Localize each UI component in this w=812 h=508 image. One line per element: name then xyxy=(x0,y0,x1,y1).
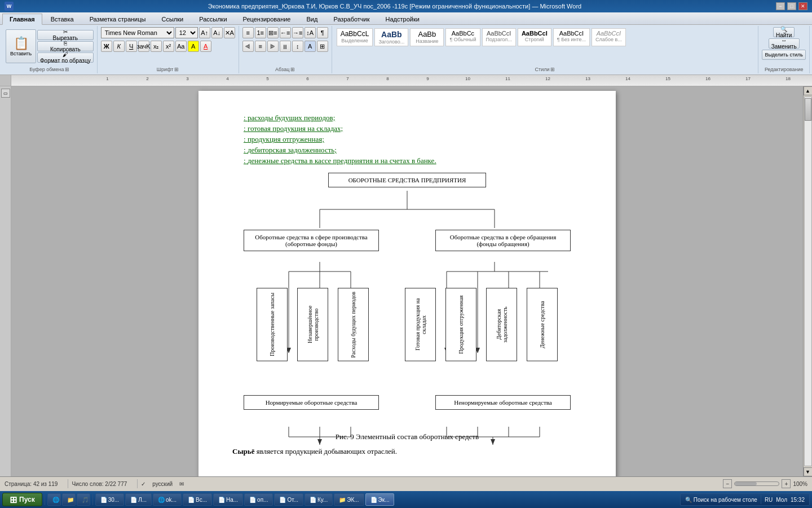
justify-button[interactable]: ⫼ xyxy=(280,41,291,52)
zoom-slider[interactable] xyxy=(734,481,779,486)
zoom-out-button[interactable]: − xyxy=(723,479,732,488)
envelope-icon: ✉ xyxy=(179,481,184,487)
taskbar-item-5[interactable]: 📄 оп... xyxy=(244,493,273,506)
style-title[interactable]: AaBbНазвание xyxy=(410,28,444,46)
tab-mailings[interactable]: Рассылки xyxy=(192,14,234,24)
list-item-1: готовая продукция на складах; xyxy=(244,124,582,133)
style-normal[interactable]: AaBbCcLВыделение xyxy=(337,28,373,46)
underline-button[interactable]: Ч xyxy=(126,41,137,52)
italic-button[interactable]: К xyxy=(113,41,125,52)
style-emphasis[interactable]: AaBbCcIСлабое в... xyxy=(592,28,626,46)
document-area[interactable]: расходы будущих периодов; готовая продук… xyxy=(11,86,803,476)
clipboard-expand-icon[interactable]: ⊞ xyxy=(65,67,69,72)
scroll-up-button[interactable]: ▲ xyxy=(804,86,813,95)
highlight-button[interactable]: A xyxy=(188,41,199,52)
font-row1: Times New Roman 12 A↑ A↓ ✕A xyxy=(101,27,235,38)
multilevel-list-button[interactable]: ⊞≡ xyxy=(267,27,279,38)
main-area: ▭ расходы будущих периодов; готовая прод… xyxy=(0,86,812,476)
grow-font-button[interactable]: A↑ xyxy=(199,27,210,38)
maximize-button[interactable]: □ xyxy=(787,2,796,10)
format-painter-button[interactable]: 🖌 Формат по образцу xyxy=(37,52,94,63)
select-button[interactable]: Выделить стиль xyxy=(762,50,806,60)
minimize-button[interactable]: − xyxy=(776,2,785,10)
tab-view[interactable]: Вид xyxy=(299,14,325,24)
taskbar-sep xyxy=(45,494,45,505)
taskbar-item-1[interactable]: 📄 Л... xyxy=(125,493,152,506)
style-subtitle[interactable]: AaBbCcIПодзагол... xyxy=(482,28,516,46)
scroll-thumb[interactable] xyxy=(805,98,811,121)
tray-mode: Мол xyxy=(776,497,787,503)
show-marks-button[interactable]: ¶ xyxy=(317,27,328,38)
status-sep-1 xyxy=(68,479,68,488)
para-expand-icon[interactable]: ⊞ xyxy=(290,67,295,72)
spell-check-icon[interactable]: ✓ xyxy=(141,481,145,487)
tab-addins[interactable]: Надстройки xyxy=(378,14,427,24)
font-group: Times New Roman 12 A↑ A↓ ✕A Ж К Ч зачK x… xyxy=(98,26,239,73)
increase-indent-button[interactable]: →≡ xyxy=(292,27,303,38)
cut-button[interactable]: ✂ Вырезать xyxy=(37,30,94,40)
style-heading1[interactable]: AaBbЗаголово... xyxy=(374,28,408,46)
tray-sep1 xyxy=(761,495,761,504)
align-center-button[interactable]: ≡ xyxy=(255,41,266,52)
taskbar-item-0[interactable]: 📄 30... xyxy=(95,493,124,506)
taskbar-item-8[interactable]: 📁 ЭК... xyxy=(334,493,364,506)
scroll-down-button[interactable]: ▼ xyxy=(804,467,813,476)
font-color-button[interactable]: А xyxy=(200,41,211,52)
taskbar-folder-icon[interactable]: 📁 xyxy=(62,493,76,506)
superscript-button[interactable]: x² xyxy=(163,41,174,52)
taskbar-sep2 xyxy=(92,494,93,505)
font-size-select[interactable]: 12 xyxy=(175,27,198,38)
scroll-track[interactable] xyxy=(804,97,812,466)
subscript-button[interactable]: x₂ xyxy=(151,41,162,52)
tab-layout[interactable]: Разметка страницы xyxy=(82,14,153,24)
ruler-corner[interactable] xyxy=(0,75,11,86)
left-tool-1[interactable]: ▭ xyxy=(1,89,10,98)
taskbar-item-3[interactable]: 📄 Вс... xyxy=(183,493,212,506)
number-list-button[interactable]: 1≡ xyxy=(255,27,266,38)
styles-expand-icon[interactable]: ⊞ xyxy=(550,67,555,72)
tab-developer[interactable]: Разработчик xyxy=(326,14,377,24)
shading-button[interactable]: A xyxy=(304,41,316,52)
bold-button[interactable]: Ж xyxy=(101,41,112,52)
decrease-indent-button[interactable]: ←≡ xyxy=(280,27,291,38)
taskbar-item-2[interactable]: 🌐 ok... xyxy=(153,493,182,506)
font-expand-icon[interactable]: ⊞ xyxy=(174,67,179,72)
find-button[interactable]: 🔍 Найти xyxy=(773,27,795,37)
tab-home[interactable]: Главная xyxy=(2,14,42,25)
copy-button[interactable]: ⎘ Копировать xyxy=(37,41,94,51)
start-button[interactable]: ⊞ Пуск xyxy=(2,493,42,506)
tab-references[interactable]: Ссылки xyxy=(154,14,191,24)
chart-gap xyxy=(378,288,395,361)
taskbar-item-7[interactable]: 📄 Ку... xyxy=(304,493,333,506)
shrink-font-button[interactable]: A↓ xyxy=(211,27,223,38)
taskbar-item-6[interactable]: 📄 От... xyxy=(274,493,303,506)
style-strong[interactable]: AaBbCcIСтрогий xyxy=(518,28,551,46)
replace-button[interactable]: ↔ Заменить xyxy=(769,38,800,49)
zoom-in-button[interactable]: + xyxy=(782,479,791,488)
tab-insert[interactable]: Вставка xyxy=(43,14,81,24)
border-button[interactable]: ⊞ xyxy=(317,41,328,52)
case-button[interactable]: Аа xyxy=(175,41,187,52)
style-default[interactable]: AaBbCc¶ Обычный xyxy=(445,28,480,46)
style-no-spacing[interactable]: AaBbCcI¶ Без инте... xyxy=(553,28,590,46)
close-button[interactable]: ✕ xyxy=(798,2,807,10)
paste-button[interactable]: 📋 Вставить xyxy=(6,29,36,63)
taskbar-item-9[interactable]: 📄 Эк... xyxy=(365,493,395,506)
align-left-button[interactable]: ⫷ xyxy=(242,41,254,52)
font-name-select[interactable]: Times New Roman xyxy=(101,27,174,38)
chart-bottom-spacer xyxy=(232,410,582,427)
line-spacing-button[interactable]: ↕ xyxy=(292,41,303,52)
chart-item-1: Незавершённое производство xyxy=(297,288,328,361)
chart-vert-boxes: Производственные запасы Незавершённое пр… xyxy=(232,288,582,361)
sort-button[interactable]: ↕A xyxy=(304,27,316,38)
align-right-button[interactable]: ⫸ xyxy=(267,41,279,52)
taskbar-media-icon[interactable]: 🎵 xyxy=(77,493,90,506)
bullet-list-button[interactable]: ≡ xyxy=(242,27,254,38)
tray-search[interactable]: 🔍 Поиск на рабочем столе xyxy=(685,497,757,503)
status-sep-2 xyxy=(137,479,138,488)
taskbar-ie-icon[interactable]: 🌐 xyxy=(47,493,61,506)
tab-review[interactable]: Рецензирование xyxy=(236,14,298,24)
taskbar-item-4[interactable]: 📄 На... xyxy=(213,493,243,506)
clear-format-button[interactable]: ✕A xyxy=(224,27,235,38)
strikethrough-button[interactable]: зачK xyxy=(138,41,149,52)
